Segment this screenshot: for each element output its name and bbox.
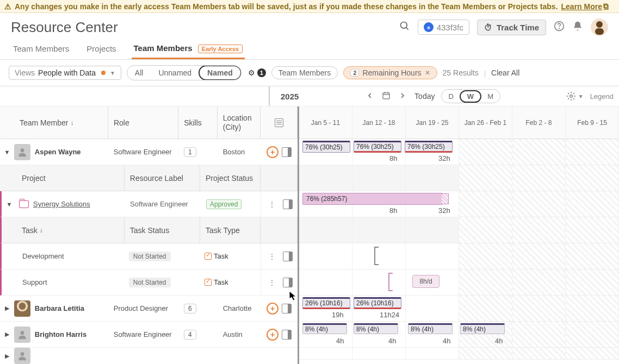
- member-name[interactable]: Brighton Harris: [35, 330, 86, 338]
- add-button[interactable]: +: [267, 303, 278, 315]
- col-task-type[interactable]: Task Type: [200, 217, 261, 243]
- svg-point-8: [570, 95, 572, 98]
- timeline-header: 2025 Today D W M ▼ Legend: [0, 86, 619, 106]
- notifications-icon[interactable]: [572, 21, 583, 34]
- pod-badge[interactable]: ⎈ 433f3fc: [418, 20, 469, 35]
- tab-team-members-ea[interactable]: Team Members Early Access: [132, 39, 245, 59]
- col-task[interactable]: Task↓: [16, 217, 125, 243]
- layout-toggle-icon[interactable]: [275, 118, 283, 127]
- project-name-link[interactable]: Synergy Solutions: [33, 200, 90, 208]
- expand-icon[interactable]: ▶: [0, 353, 14, 360]
- date-col: Jan 19 - 25: [406, 106, 459, 139]
- add-button[interactable]: +: [267, 329, 278, 341]
- add-button[interactable]: +: [267, 146, 278, 158]
- panel-toggle-icon[interactable]: [282, 304, 292, 313]
- svg-point-9: [20, 148, 24, 152]
- next-period-button[interactable]: [397, 90, 408, 103]
- svg-point-0: [400, 22, 407, 28]
- panel-toggle-icon[interactable]: [282, 147, 292, 157]
- filter-bar: Views People with Data ▼ All Unnamed Nam…: [0, 60, 619, 86]
- allocation-bar[interactable]: 8% (4h): [460, 323, 505, 334]
- period-day[interactable]: D: [442, 91, 460, 102]
- panel-toggle-icon[interactable]: [283, 252, 293, 261]
- user-avatar[interactable]: [591, 18, 608, 36]
- tab-team-members[interactable]: Team Members: [11, 40, 71, 59]
- timeline-row-task-support: 8h/d: [299, 269, 619, 296]
- panel-toggle-icon[interactable]: [283, 278, 293, 287]
- member-row-partial: ▶: [0, 348, 298, 364]
- calendar-icon[interactable]: [382, 91, 391, 102]
- allocation-bar[interactable]: 26% (10h16): [302, 297, 350, 309]
- project-bar[interactable]: 76% (285h57): [302, 193, 443, 205]
- expand-icon[interactable]: ▶: [0, 305, 14, 312]
- more-menu-icon[interactable]: ⋮: [267, 200, 277, 209]
- chip-remaining-hours[interactable]: 2 Remaining Hours ✕: [343, 66, 437, 79]
- member-name[interactable]: Barbara Letitia: [35, 304, 84, 312]
- collapse-icon[interactable]: ▼: [4, 201, 15, 208]
- allocation-bar[interactable]: 76% (30h25): [405, 141, 453, 153]
- expand-icon[interactable]: ▶: [0, 331, 14, 338]
- seg-unnamed[interactable]: Unnamed: [151, 66, 199, 79]
- col-resource-label[interactable]: Resource Label: [125, 165, 200, 191]
- tab-projects[interactable]: Projects: [84, 40, 118, 59]
- period-week[interactable]: W: [460, 90, 481, 103]
- resource-grid: Team Member↓ Role Skills Location(City) …: [0, 106, 619, 364]
- member-location: Charlotte: [218, 301, 261, 316]
- col-project[interactable]: Project: [16, 165, 125, 191]
- hours-label: 4h: [443, 337, 450, 345]
- folder-icon: [19, 200, 29, 208]
- more-menu-icon[interactable]: ⋮: [267, 252, 277, 261]
- task-name[interactable]: Development: [18, 252, 125, 260]
- allocation-bar[interactable]: 8% (4h): [354, 323, 398, 334]
- clear-all-link[interactable]: Clear All: [491, 68, 519, 77]
- collapse-icon[interactable]: ▼: [0, 149, 14, 155]
- seg-named[interactable]: Named: [199, 65, 242, 80]
- prev-period-button[interactable]: [364, 90, 375, 103]
- seg-all[interactable]: All: [127, 66, 151, 79]
- chip-remove-icon[interactable]: ✕: [425, 69, 430, 77]
- allocation-bar[interactable]: 26% (10h16): [354, 297, 401, 309]
- bracket-marker[interactable]: [388, 273, 393, 291]
- chip-team-members[interactable]: Team Members: [271, 66, 338, 79]
- panel-toggle-icon[interactable]: [282, 330, 292, 340]
- allocation-bar[interactable]: 8% (4h): [302, 323, 347, 334]
- allocation-bar[interactable]: 76% (30h25): [302, 141, 350, 153]
- date-col: Jan 26 - Feb 1: [459, 106, 512, 139]
- svg-point-3: [559, 28, 560, 28]
- member-role: Software Engineer: [108, 327, 178, 342]
- task-name[interactable]: Support: [18, 278, 125, 286]
- allocation-bar[interactable]: 8% (4h): [408, 323, 453, 334]
- member-row-brighton: ▶ Brighton Harris Software Engineer 4 Au…: [0, 322, 298, 348]
- views-dropdown[interactable]: Views People with Data ▼: [9, 66, 121, 80]
- col-skills[interactable]: Skills: [178, 106, 218, 139]
- bracket-marker[interactable]: [374, 247, 379, 265]
- filter-count[interactable]: ⚙ 1: [248, 68, 266, 77]
- member-skills: 4: [178, 327, 218, 343]
- track-time-button[interactable]: ⏱ Track Time: [477, 20, 546, 35]
- settings-button[interactable]: ▼: [566, 91, 584, 101]
- more-menu-icon[interactable]: ⋮: [267, 278, 277, 287]
- status-badge: Not Started: [129, 252, 171, 261]
- col-location[interactable]: Location(City): [218, 106, 261, 139]
- allocation-bar[interactable]: 76% (30h25): [354, 141, 401, 153]
- hours-per-day-bar[interactable]: 8h/d: [412, 275, 440, 288]
- col-task-status[interactable]: Task Status: [125, 217, 200, 243]
- col-role[interactable]: Role: [108, 106, 178, 139]
- panel-toggle-icon[interactable]: [283, 199, 293, 209]
- col-project-status[interactable]: Project Status: [200, 165, 261, 191]
- status-badge: Approved: [206, 199, 242, 209]
- learn-more-link[interactable]: Learn More ⧉: [561, 2, 609, 11]
- help-icon[interactable]: [554, 21, 565, 34]
- hours-label: 8h: [389, 206, 397, 215]
- date-col: Feb 9 - 15: [566, 106, 619, 139]
- today-button[interactable]: Today: [414, 92, 435, 101]
- period-month[interactable]: M: [481, 91, 500, 102]
- member-location: Austin: [218, 327, 261, 342]
- member-name[interactable]: Aspen Wayne: [35, 148, 81, 156]
- col-team-member[interactable]: Team Member↓: [0, 106, 108, 139]
- legend-button[interactable]: Legend: [590, 92, 614, 101]
- external-link-icon: ⧉: [603, 2, 609, 11]
- kubernetes-icon: ⎈: [424, 22, 434, 32]
- search-icon[interactable]: [399, 21, 410, 34]
- task-type-icon: [205, 253, 212, 260]
